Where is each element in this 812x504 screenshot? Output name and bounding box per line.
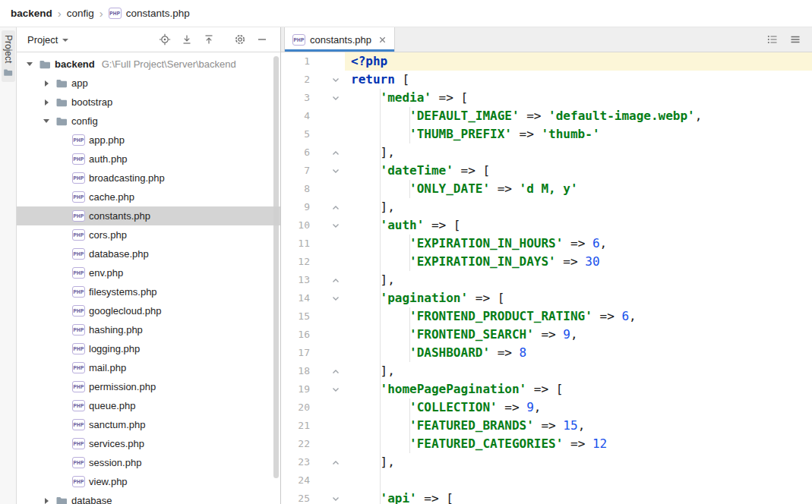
code-line-14[interactable]: 14 'pagination' => [: [281, 289, 812, 307]
project-panel-scrollbar[interactable]: [273, 56, 279, 478]
breadcrumb-item-backend[interactable]: backend: [11, 8, 52, 19]
hide-icon[interactable]: [256, 33, 268, 46]
tree-item-app-php[interactable]: PHPapp.php: [17, 131, 280, 150]
code-line-8[interactable]: 8 'ONLY_DATE' => 'd M, y': [281, 180, 812, 198]
fold-region-start-icon[interactable]: [310, 380, 345, 398]
fold-region-start-icon[interactable]: [310, 89, 345, 107]
chevron-collapsed-icon[interactable]: [41, 99, 52, 106]
code-line-22[interactable]: 22 'FEATURED_CATEGORIES' => 12: [281, 435, 812, 453]
code-text[interactable]: 'dateTime' => [: [345, 162, 812, 180]
project-view-selector[interactable]: Project: [27, 34, 68, 46]
tree-item-permission-php[interactable]: PHPpermission.php: [17, 377, 280, 396]
code-line-6[interactable]: 6 ],: [281, 143, 812, 162]
code-text[interactable]: 'FEATURED_BRANDS' => 15,: [345, 417, 812, 435]
code-line-18[interactable]: 18 ],: [281, 362, 812, 380]
code-text[interactable]: ],: [345, 198, 812, 216]
code-line-11[interactable]: 11 'EXPIRATION_IN_HOURS' => 6,: [281, 235, 812, 253]
fold-region-end-icon[interactable]: [310, 198, 345, 216]
code-line-20[interactable]: 20 'COLLECTION' => 9,: [281, 398, 812, 417]
fold-region-end-icon[interactable]: [310, 453, 345, 471]
tree-item-backend[interactable]: backendG:\Full Project\Server\backend: [17, 55, 280, 74]
tree-item-constants-php[interactable]: PHPconstants.php: [17, 206, 280, 225]
tree-item-queue-php[interactable]: PHPqueue.php: [17, 396, 280, 415]
tree-item-cors-php[interactable]: PHPcors.php: [17, 225, 280, 244]
code-text[interactable]: ],: [345, 453, 812, 471]
fold-region-end-icon[interactable]: [310, 271, 345, 289]
chevron-collapsed-icon[interactable]: [41, 498, 52, 504]
tab-constants-php[interactable]: PHP constants.php: [284, 27, 395, 52]
tree-item-database-php[interactable]: PHPdatabase.php: [17, 244, 280, 263]
code-line-15[interactable]: 15 'FRONTEND_PRODUCT_RATING' => 6,: [281, 307, 812, 326]
tree-item-env-php[interactable]: PHPenv.php: [17, 263, 280, 282]
tree-item-mail-php[interactable]: PHPmail.php: [17, 358, 280, 377]
tree-item-filesystems-php[interactable]: PHPfilesystems.php: [17, 282, 280, 301]
code-text[interactable]: 'THUMB_PREFIX' => 'thumb-': [345, 125, 812, 143]
tree-item-sanctum-php[interactable]: PHPsanctum.php: [17, 415, 280, 434]
tree-item-view-php[interactable]: PHPview.php: [17, 472, 280, 491]
tree-item-session-php[interactable]: PHPsession.php: [17, 453, 280, 472]
fold-region-start-icon[interactable]: [310, 490, 345, 504]
fold-region-end-icon[interactable]: [310, 143, 345, 162]
code-text[interactable]: 'homePagePagination' => [: [345, 380, 812, 398]
chevron-expanded-icon[interactable]: [24, 62, 35, 66]
fold-region-start-icon[interactable]: [310, 162, 345, 180]
code-line-4[interactable]: 4 'DEFAULT_IMAGE' => 'default-image.webp…: [281, 107, 812, 125]
tree-item-googlecloud-php[interactable]: PHPgooglecloud.php: [17, 301, 280, 320]
tree-item-app[interactable]: app: [17, 74, 280, 93]
tab-list-icon[interactable]: [766, 33, 779, 46]
tree-item-logging-php[interactable]: PHPlogging.php: [17, 339, 280, 358]
code-line-17[interactable]: 17 'DASHBOARD' => 8: [281, 344, 812, 362]
tree-item-hashing-php[interactable]: PHPhashing.php: [17, 320, 280, 339]
code-text[interactable]: 'EXPIRATION_IN_DAYS' => 30: [345, 253, 812, 271]
code-line-21[interactable]: 21 'FEATURED_BRANDS' => 15,: [281, 417, 812, 435]
code-text[interactable]: 'COLLECTION' => 9,: [345, 398, 812, 417]
code-text[interactable]: 'DASHBOARD' => 8: [345, 344, 812, 362]
expand-all-icon[interactable]: [181, 33, 193, 46]
fold-region-start-icon[interactable]: [310, 216, 345, 235]
code-line-5[interactable]: 5 'THUMB_PREFIX' => 'thumb-': [281, 125, 812, 143]
code-text[interactable]: [345, 471, 812, 490]
tree-item-cache-php[interactable]: PHPcache.php: [17, 187, 280, 206]
code-line-10[interactable]: 10 'auth' => [: [281, 216, 812, 235]
fold-region-start-icon[interactable]: [310, 289, 345, 307]
fold-region-end-icon[interactable]: [310, 362, 345, 380]
code-text[interactable]: 'api' => [: [345, 490, 812, 504]
code-text-caret-line[interactable]: <?php: [345, 52, 812, 71]
code-text[interactable]: 'auth' => [: [345, 216, 812, 235]
code-line-16[interactable]: 16 'FRONTEND_SEARCH' => 9,: [281, 326, 812, 344]
tree-item-services-php[interactable]: PHPservices.php: [17, 434, 280, 453]
collapse-all-icon[interactable]: [203, 33, 215, 46]
code-text[interactable]: 'EXPIRATION_IN_HOURS' => 6,: [345, 235, 812, 253]
code-line-1[interactable]: 1<?php: [281, 52, 812, 71]
tree-item-config[interactable]: config: [17, 112, 280, 131]
tree-item-database[interactable]: database: [17, 491, 280, 504]
code-line-13[interactable]: 13 ],: [281, 271, 812, 289]
code-text[interactable]: return [: [345, 71, 812, 89]
code-line-7[interactable]: 7 'dateTime' => [: [281, 162, 812, 180]
code-text[interactable]: 'FEATURED_CATEGORIES' => 12: [345, 435, 812, 453]
menu-icon[interactable]: [789, 33, 801, 46]
code-text[interactable]: 'pagination' => [: [345, 289, 812, 307]
code-text[interactable]: 'FRONTEND_SEARCH' => 9,: [345, 326, 812, 344]
code-line-9[interactable]: 9 ],: [281, 198, 812, 216]
tree-item-bootstrap[interactable]: bootstrap: [17, 93, 280, 112]
code-text[interactable]: ],: [345, 362, 812, 380]
code-text[interactable]: 'ONLY_DATE' => 'd M, y': [345, 180, 812, 198]
chevron-expanded-icon[interactable]: [41, 119, 52, 123]
code-text[interactable]: 'DEFAULT_IMAGE' => 'default-image.webp',: [345, 107, 812, 125]
breadcrumb-item-config[interactable]: config: [67, 8, 94, 19]
code-line-2[interactable]: 2return [: [281, 71, 812, 89]
code-line-24[interactable]: 24: [281, 471, 812, 490]
code-text[interactable]: ],: [345, 143, 812, 162]
breadcrumb-item-constants-php[interactable]: PHPconstants.php: [109, 8, 190, 19]
tree-item-broadcasting-php[interactable]: PHPbroadcasting.php: [17, 169, 280, 187]
code-line-19[interactable]: 19 'homePagePagination' => [: [281, 380, 812, 398]
code-line-12[interactable]: 12 'EXPIRATION_IN_DAYS' => 30: [281, 253, 812, 271]
fold-region-start-icon[interactable]: [310, 71, 345, 89]
chevron-collapsed-icon[interactable]: [41, 80, 52, 87]
locate-file-icon[interactable]: [159, 33, 171, 46]
code-line-3[interactable]: 3 'media' => [: [281, 89, 812, 107]
settings-icon[interactable]: [234, 33, 246, 46]
code-line-23[interactable]: 23 ],: [281, 453, 812, 471]
code-text[interactable]: 'media' => [: [345, 89, 812, 107]
